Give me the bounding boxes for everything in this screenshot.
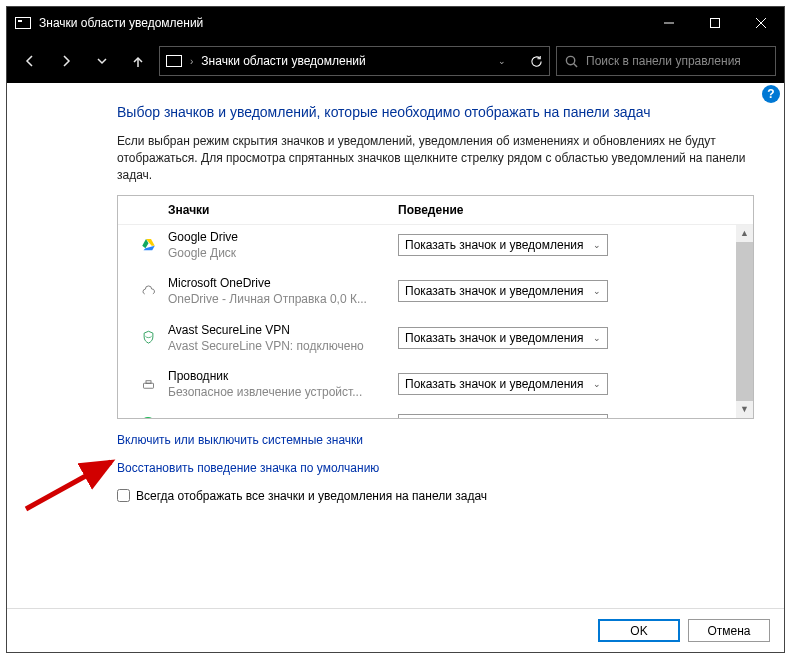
row-name: Проводник [168, 368, 392, 384]
close-button[interactable] [738, 7, 784, 39]
page-description: Если выбран режим скрытия значков и увед… [117, 133, 754, 185]
search-icon [565, 55, 578, 68]
help-icon[interactable]: ? [762, 85, 780, 103]
table-row: Avast SecureLine VPNAvast SecureLine VPN… [118, 318, 753, 364]
link-restore-defaults[interactable]: Восстановить поведение значка по умолчан… [117, 461, 754, 475]
behavior-select[interactable]: Скрыть значок и уведомления⌄ [398, 414, 608, 418]
scrollbar[interactable]: ▲ ▼ [736, 225, 753, 418]
refresh-icon[interactable] [530, 55, 543, 68]
row-subtitle: OneDrive - Личная Отправка 0,0 К... [168, 291, 392, 307]
behavior-select[interactable]: Показать значок и уведомления⌄ [398, 280, 608, 302]
always-show-checkbox-row[interactable]: Всегда отображать все значки и уведомлен… [117, 489, 754, 503]
svg-rect-11 [146, 380, 151, 383]
up-button[interactable] [123, 46, 153, 76]
svg-point-5 [566, 56, 574, 64]
scroll-up-arrow[interactable]: ▲ [736, 225, 753, 242]
scroll-thumb[interactable] [736, 242, 753, 401]
chevron-down-icon: ⌄ [593, 286, 601, 296]
icons-table: Значки Поведение Google DriveGoogle Диск… [117, 195, 754, 419]
column-header-behavior: Поведение [398, 203, 743, 217]
ok-button[interactable]: OK [598, 619, 680, 642]
column-header-icons: Значки [168, 203, 398, 217]
behavior-select[interactable]: Показать значок и уведомления⌄ [398, 234, 608, 256]
svg-rect-10 [143, 383, 153, 388]
minimize-button[interactable] [646, 7, 692, 39]
svg-rect-1 [711, 19, 720, 28]
nav-bar: › Значки области уведомлений ⌄ Поиск в п… [7, 39, 784, 83]
chevron-down-icon[interactable]: ⌄ [498, 56, 506, 66]
forward-button[interactable] [51, 46, 81, 76]
row-name: Avast SecureLine VPN [168, 322, 392, 338]
search-placeholder: Поиск в панели управления [586, 54, 741, 68]
footer: OK Отмена [7, 608, 784, 652]
history-dropdown[interactable] [87, 46, 117, 76]
search-input[interactable]: Поиск в панели управления [556, 46, 776, 76]
page-title: Выбор значков и уведомлений, которые нео… [117, 103, 754, 123]
row-subtitle: Avast SecureLine VPN: подключено [168, 338, 392, 354]
cancel-button[interactable]: Отмена [688, 619, 770, 642]
svg-line-6 [574, 63, 577, 66]
window-title: Значки области уведомлений [39, 16, 203, 30]
chevron-down-icon: ⌄ [593, 333, 601, 343]
row-name: Microsoft OneDrive [168, 275, 392, 291]
table-row: Microsoft OneDriveOneDrive - Личная Отпр… [118, 271, 753, 317]
behavior-select[interactable]: Показать значок и уведомления⌄ [398, 373, 608, 395]
maximize-button[interactable] [692, 7, 738, 39]
titlebar: Значки области уведомлений [7, 7, 784, 39]
explorer-icon [140, 376, 156, 392]
row-subtitle: Google Диск [168, 245, 392, 261]
link-system-icons[interactable]: Включить или выключить системные значки [117, 433, 754, 447]
chevron-down-icon: ⌄ [593, 240, 601, 250]
chevron-down-icon: ⌄ [593, 379, 601, 389]
breadcrumb-label: Значки области уведомлений [201, 54, 365, 68]
app-icon [15, 17, 31, 29]
table-row: Spotify Скрыть значок и уведомления⌄ [118, 410, 753, 418]
spotify-icon [140, 417, 156, 418]
behavior-select[interactable]: Показать значок и уведомления⌄ [398, 327, 608, 349]
table-row: Google DriveGoogle Диск Показать значок … [118, 225, 753, 271]
onedrive-icon [140, 283, 156, 299]
always-show-label: Всегда отображать все значки и уведомлен… [136, 489, 487, 503]
table-row: ПроводникБезопасное извлечение устройст.… [118, 364, 753, 410]
scroll-down-arrow[interactable]: ▼ [736, 401, 753, 418]
panel-icon [166, 55, 182, 67]
chevron-right-icon: › [190, 56, 193, 67]
avast-vpn-icon [140, 330, 156, 346]
back-button[interactable] [15, 46, 45, 76]
breadcrumb[interactable]: › Значки области уведомлений ⌄ [159, 46, 550, 76]
row-subtitle: Безопасное извлечение устройст... [168, 384, 392, 400]
google-drive-icon [140, 237, 156, 253]
row-name: Spotify [168, 417, 392, 418]
always-show-checkbox[interactable] [117, 489, 130, 502]
row-name: Google Drive [168, 229, 392, 245]
